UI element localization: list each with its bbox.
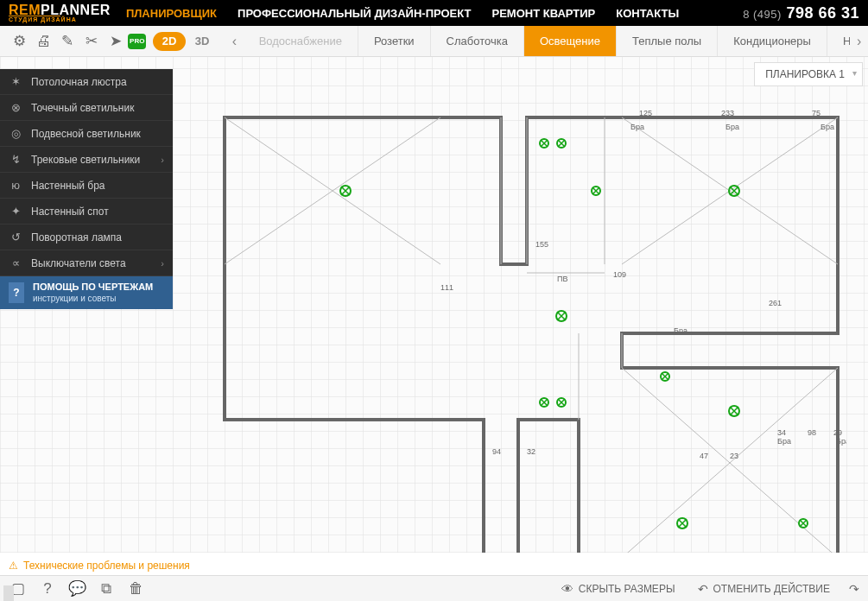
svg-text:111: 111 bbox=[440, 283, 453, 292]
track-icon: ↯ bbox=[9, 153, 22, 166]
logo-sub: СТУДИЯ ДИЗАЙНА bbox=[9, 16, 60, 22]
settings-icon[interactable]: ⚙ bbox=[7, 28, 31, 54]
wallspot-icon: ✦ bbox=[9, 205, 22, 218]
tabs-scroll-left-icon[interactable]: ‹ bbox=[225, 34, 244, 49]
chandelier-icon: ✶ bbox=[9, 75, 22, 88]
view-toggle: 2D 3D bbox=[153, 32, 219, 51]
svg-point-3 bbox=[592, 187, 600, 195]
chat-icon[interactable]: 💬 bbox=[64, 576, 90, 602]
phone-main: 798 66 31 bbox=[786, 4, 859, 22]
hide-sizes-label: СКРЫТЬ РАЗМЕРЫ bbox=[579, 583, 675, 595]
tabs-scroll-right-icon[interactable]: › bbox=[850, 34, 868, 49]
help-title: ПОМОЩЬ ПО ЧЕРТЕЖАМ bbox=[33, 282, 153, 293]
tool-label: Настенный спот bbox=[31, 206, 109, 218]
top-nav: ПЛАНИРОВЩИК ПРОФЕССИОНАЛЬНЫЙ ДИЗАЙН-ПРОЕ… bbox=[126, 7, 743, 20]
tool-pendant-light[interactable]: ◎ Подвесной светильник bbox=[0, 121, 173, 147]
undo-label: ОТМЕНИТЬ ДЕЙСТВИЕ bbox=[713, 583, 830, 595]
tab-aircon[interactable]: Кондиционеры bbox=[717, 26, 827, 56]
svg-text:109: 109 bbox=[613, 270, 626, 279]
view-3d[interactable]: 3D bbox=[186, 32, 219, 51]
svg-text:Бра: Бра bbox=[725, 123, 739, 131]
help-icon[interactable]: ? bbox=[35, 576, 60, 602]
svg-text:Бра: Бра bbox=[836, 437, 846, 446]
view-2d[interactable]: 2D bbox=[153, 32, 186, 51]
svg-text:155: 155 bbox=[535, 240, 548, 249]
chevron-right-icon: › bbox=[161, 258, 164, 269]
tool-label: Потолочная люстра bbox=[31, 76, 127, 88]
hide-sizes-button[interactable]: 👁 СКРЫТЬ РАЗМЕРЫ bbox=[554, 579, 682, 599]
lighting-tools-panel: ✶ Потолочная люстра ⊗ Точечный светильни… bbox=[0, 69, 173, 309]
top-bar: REMPLANNER СТУДИЯ ДИЗАЙНА ПЛАНИРОВЩИК ПР… bbox=[0, 0, 868, 26]
nav-repair[interactable]: РЕМОНТ КВАРТИР bbox=[491, 7, 595, 20]
svg-point-6 bbox=[729, 406, 739, 416]
help-sub: инструкции и советы bbox=[33, 294, 153, 304]
dim-label: 125 bbox=[639, 109, 652, 117]
delete-icon[interactable]: 🗑 bbox=[123, 576, 149, 602]
svg-point-5 bbox=[556, 311, 567, 321]
dim-label: 75 bbox=[812, 109, 820, 117]
svg-point-7 bbox=[677, 518, 687, 528]
tool-label: Точечный светильник bbox=[31, 102, 134, 114]
layer-tabs: Водоснабжение Розетки Слаботочка Освещен… bbox=[244, 26, 851, 56]
redo-button[interactable]: ↷ bbox=[846, 579, 863, 599]
tool-label: Поворотная лампа bbox=[31, 231, 122, 244]
svg-text:32: 32 bbox=[527, 447, 535, 456]
svg-text:94: 94 bbox=[492, 447, 501, 456]
help-icon: ? bbox=[9, 282, 24, 303]
tool-label: Трековые светильники bbox=[31, 154, 140, 166]
edit-icon[interactable]: ✎ bbox=[55, 28, 79, 54]
tech-issues-link[interactable]: Технические проблемы и решения bbox=[9, 560, 190, 572]
svg-text:ПВ: ПВ bbox=[557, 275, 567, 283]
logo[interactable]: REMPLANNER СТУДИЯ ДИЗАЙНА bbox=[9, 3, 111, 22]
phone-number[interactable]: 8 (495) 798 66 31 bbox=[743, 4, 859, 22]
tool-track-lights[interactable]: ↯ Трековые светильники › bbox=[0, 147, 173, 173]
eye-off-icon: 👁 bbox=[561, 582, 573, 596]
run-icon[interactable]: ➤ bbox=[104, 28, 128, 54]
help-drawings[interactable]: ? ПОМОЩЬ ПО ЧЕРТЕЖАМ инструкции и советы bbox=[0, 276, 173, 309]
tab-floor[interactable]: Напол bbox=[827, 26, 850, 56]
copy-icon[interactable]: ⧉ bbox=[93, 576, 119, 602]
print-icon[interactable]: 🖨 bbox=[31, 28, 55, 54]
undo-icon: ↶ bbox=[698, 582, 708, 596]
pendant-icon: ◎ bbox=[9, 127, 22, 140]
tab-warmfloor[interactable]: Теплые полы bbox=[616, 26, 717, 56]
layout-selector[interactable]: ПЛАНИРОВКА 1 bbox=[754, 62, 863, 86]
tool-wall-sconce[interactable]: ю Настенный бра bbox=[0, 173, 173, 199]
nav-pro-project[interactable]: ПРОФЕССИОНАЛЬНЫЙ ДИЗАЙН-ПРОЕКТ bbox=[238, 7, 471, 20]
svg-text:98: 98 bbox=[808, 428, 816, 437]
tab-lowcurrent[interactable]: Слаботочка bbox=[430, 26, 523, 56]
nav-planner[interactable]: ПЛАНИРОВЩИК bbox=[126, 7, 217, 20]
switch-icon: ∝ bbox=[9, 256, 22, 269]
svg-text:34: 34 bbox=[777, 428, 786, 437]
nav-contacts[interactable]: КОНТАКТЫ bbox=[616, 7, 679, 20]
toolbar: ⚙ 🖨 ✎ ✂ ➤ PRO 2D 3D ‹ Водоснабжение Розе… bbox=[0, 26, 868, 57]
svg-point-1 bbox=[540, 139, 548, 148]
undo-button[interactable]: ↶ ОТМЕНИТЬ ДЕЙСТВИЕ bbox=[691, 579, 837, 599]
redo-icon: ↷ bbox=[849, 582, 859, 596]
svg-text:261: 261 bbox=[769, 299, 782, 307]
tab-lighting[interactable]: Освещение bbox=[523, 26, 616, 56]
phone-prefix: 8 (495) bbox=[743, 8, 782, 21]
dim-label: 233 bbox=[721, 109, 734, 117]
tool-light-switches[interactable]: ∝ Выключатели света › bbox=[0, 250, 173, 276]
tab-water[interactable]: Водоснабжение bbox=[244, 26, 358, 56]
sconce-icon: ю bbox=[9, 179, 22, 192]
tool-label: Подвесной светильник bbox=[31, 128, 141, 140]
pro-badge[interactable]: PRO bbox=[128, 34, 146, 49]
svg-text:Бра: Бра bbox=[820, 123, 834, 131]
footer-bar: ▢ ? 💬 ⧉ 🗑 👁 СКРЫТЬ РАЗМЕРЫ ↶ ОТМЕНИТЬ ДЕ… bbox=[0, 575, 868, 601]
tab-sockets[interactable]: Розетки bbox=[358, 26, 430, 56]
svg-point-11 bbox=[557, 398, 566, 407]
swinglamp-icon: ↺ bbox=[9, 231, 22, 244]
chevron-right-icon: › bbox=[161, 155, 164, 165]
svg-point-8 bbox=[799, 519, 808, 528]
tool-spot-light[interactable]: ⊗ Точечный светильник bbox=[0, 95, 173, 121]
svg-text:23: 23 bbox=[730, 452, 738, 460]
svg-text:Бра: Бра bbox=[674, 326, 687, 335]
tools-icon[interactable]: ✂ bbox=[79, 28, 104, 54]
tool-ceiling-chandelier[interactable]: ✶ Потолочная люстра bbox=[0, 69, 173, 95]
tool-label: Настенный бра bbox=[31, 180, 105, 192]
tool-wall-spot[interactable]: ✦ Настенный спот bbox=[0, 199, 173, 225]
tool-swing-lamp[interactable]: ↺ Поворотная лампа bbox=[0, 225, 173, 250]
svg-text:29: 29 bbox=[833, 428, 842, 437]
